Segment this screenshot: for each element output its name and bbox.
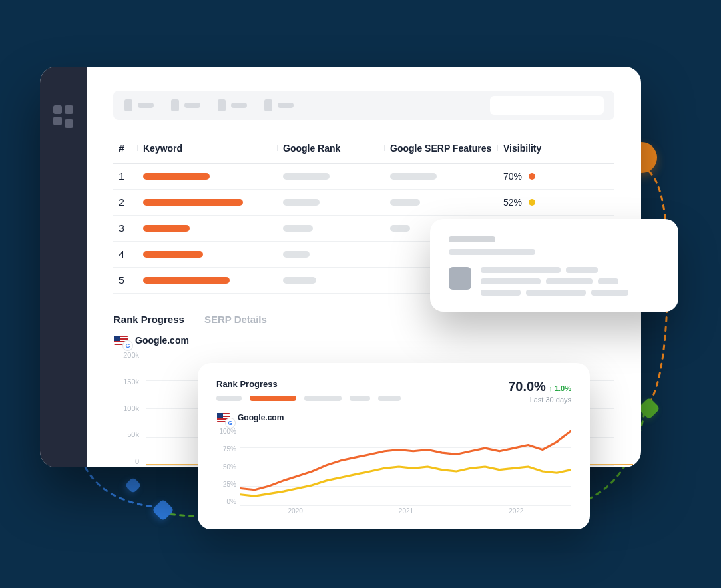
search-input[interactable] xyxy=(490,96,604,115)
row-index: 1 xyxy=(113,164,138,190)
toolbar-item[interactable] xyxy=(171,99,200,111)
decorative-diamond-blue xyxy=(152,499,174,521)
keyword-placeholder xyxy=(143,199,243,206)
visibility-period: Last 30 days xyxy=(508,396,571,404)
rank-placeholder xyxy=(283,199,320,206)
row-index: 2 xyxy=(113,190,138,216)
row-index: 5 xyxy=(113,268,138,294)
keyword-placeholder xyxy=(143,251,203,258)
sidebar xyxy=(40,67,87,467)
toolbar-item[interactable] xyxy=(218,99,247,111)
tabs: Rank Progress SERP Details xyxy=(113,314,614,325)
row-index: 4 xyxy=(113,242,138,268)
search-engine-source: G Google.com xyxy=(113,334,614,346)
rank-placeholder xyxy=(283,277,316,284)
visibility-dot xyxy=(529,173,535,180)
keyword-placeholder xyxy=(143,225,190,232)
toolbar-item[interactable] xyxy=(124,99,154,111)
feature-placeholder xyxy=(390,225,410,232)
keyword-placeholder xyxy=(143,173,210,180)
visibility-percent: 70.0% xyxy=(508,379,546,394)
decorative-diamond-blue-small xyxy=(124,477,141,493)
source-label: Google.com xyxy=(238,413,284,422)
col-index[interactable]: # xyxy=(113,133,138,164)
rank-placeholder xyxy=(283,225,313,232)
visibility-delta: ↑ 1.0% xyxy=(549,384,571,392)
visibility-value: 70% xyxy=(503,171,522,182)
table-row[interactable]: 252% xyxy=(113,190,614,216)
rank-progress-card: Rank Progress 70.0% ↑ 1.0% Last 30 days … xyxy=(198,363,590,529)
source-label: Google.com xyxy=(135,335,189,346)
app-grid-icon[interactable] xyxy=(53,105,73,125)
feature-placeholder xyxy=(390,173,437,180)
decorative-diamond-green xyxy=(638,397,660,420)
feature-placeholder xyxy=(390,199,420,206)
keyword-placeholder xyxy=(143,277,230,284)
tab-serp-details[interactable]: SERP Details xyxy=(204,314,267,325)
serp-preview-card xyxy=(430,219,678,312)
table-row[interactable]: 170% xyxy=(113,164,614,190)
result-thumbnail xyxy=(449,267,471,290)
visibility-value: 52% xyxy=(503,197,522,208)
us-google-icon: G xyxy=(216,412,231,424)
col-keyword[interactable]: Keyword xyxy=(138,133,278,164)
row-index: 3 xyxy=(113,216,138,242)
visibility-dot xyxy=(529,199,535,206)
us-google-icon: G xyxy=(113,334,128,346)
small-chart: 100%75%50%25%0% 202020212022 xyxy=(216,428,571,515)
col-visibility[interactable]: Visibility xyxy=(498,133,614,164)
rank-placeholder xyxy=(283,173,330,180)
col-google-rank[interactable]: Google Rank xyxy=(278,133,385,164)
toolbar xyxy=(113,91,614,120)
rank-placeholder xyxy=(283,251,310,258)
col-serp-features[interactable]: Google SERP Features xyxy=(385,133,498,164)
toolbar-item[interactable] xyxy=(264,99,294,111)
tab-rank-progress[interactable]: Rank Progress xyxy=(113,314,184,325)
